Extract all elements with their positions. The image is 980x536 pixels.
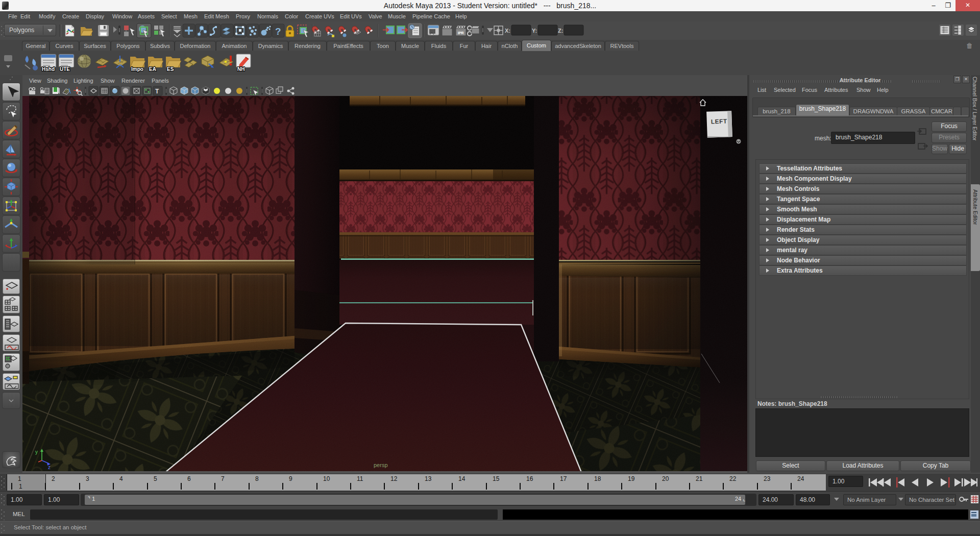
- svg-text:T: T: [155, 88, 159, 95]
- svg-text:LEFT: LEFT: [711, 117, 728, 125]
- svg-text:?: ?: [275, 26, 281, 37]
- svg-text:Impo: Impo: [131, 66, 143, 72]
- svg-text:Y:: Y:: [532, 28, 537, 34]
- svg-text:y: y: [35, 449, 38, 455]
- svg-text:ES: ES: [167, 66, 174, 72]
- svg-text:EA: EA: [149, 66, 156, 72]
- svg-text:NH: NH: [237, 66, 244, 72]
- svg-text:UTE: UTE: [60, 66, 70, 72]
- svg-text:z: z: [48, 465, 51, 470]
- svg-text:X:: X:: [505, 28, 510, 34]
- svg-text:IPR: IPR: [458, 31, 464, 35]
- svg-text:Z:: Z:: [558, 28, 563, 34]
- svg-text:Hshd: Hshd: [42, 66, 55, 72]
- svg-text:persp: persp: [374, 462, 388, 468]
